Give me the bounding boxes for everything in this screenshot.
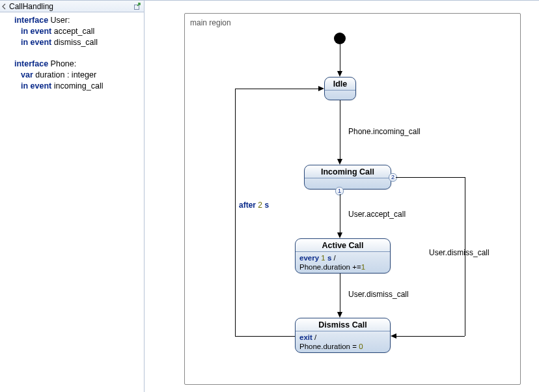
arrowhead-icon [337,159,342,165]
root: CallHandling interface User: in event ac… [0,0,539,392]
state-action: every 1 s / Phone.duration +=1 [296,252,390,273]
transition-label: User.accept_call [348,210,406,219]
arrowhead-icon [337,232,342,238]
state-idle[interactable]: Idle [324,77,356,100]
popout-icon[interactable] [132,1,143,12]
interface-line: interface Phone: [4,59,140,70]
state-title: Incoming Call [305,165,391,178]
arrowhead-icon [337,312,342,318]
arrowhead-icon [318,86,324,91]
diagram-canvas[interactable]: main region Idle Phone.incoming_call Inc… [145,1,539,392]
member-line: in event incoming_call [4,81,140,92]
transition-label: Phone.incoming_call [348,127,421,136]
transition-label: after 2 s [239,201,269,210]
arrowhead-icon [391,333,396,339]
state-title: Idle [325,77,355,90]
state-title: Dismiss Call [296,318,390,331]
edge [340,100,340,160]
initial-node[interactable] [334,33,346,44]
edge [340,44,340,72]
region-label: main region [190,18,231,27]
interface-line: interface User: [4,15,140,26]
edge [235,89,236,336]
state-title: Active Call [296,239,390,251]
member-line: in event accept_call [4,26,140,37]
definition-body[interactable]: interface User: in event accept_call in … [0,12,144,92]
edge [396,177,465,178]
edge [235,89,319,89]
member-line: var duration : integer [4,70,140,81]
edge [396,336,465,337]
state-active-call[interactable]: Active Call every 1 s / Phone.duration +… [295,238,391,273]
definition-title: CallHandling [9,2,132,11]
arrowhead-icon [337,71,342,77]
state-action: exit / Phone.duration = 0 [296,331,390,353]
member-line: in event dismiss_call [4,37,140,48]
state-incoming-call[interactable]: Incoming Call [304,165,391,189]
edge [340,194,340,234]
transition-label: User.dismiss_call [429,248,490,257]
edge [235,336,295,337]
svg-rect-0 [135,5,139,9]
transition-label: User.dismiss_call [348,290,409,299]
definition-panel: CallHandling interface User: in event ac… [0,1,145,392]
chevron-left-icon[interactable] [1,3,7,9]
definition-header: CallHandling [0,1,144,12]
state-dismiss-call[interactable]: Dismiss Call exit / Phone.duration = 0 [295,318,391,353]
edge [340,273,340,313]
